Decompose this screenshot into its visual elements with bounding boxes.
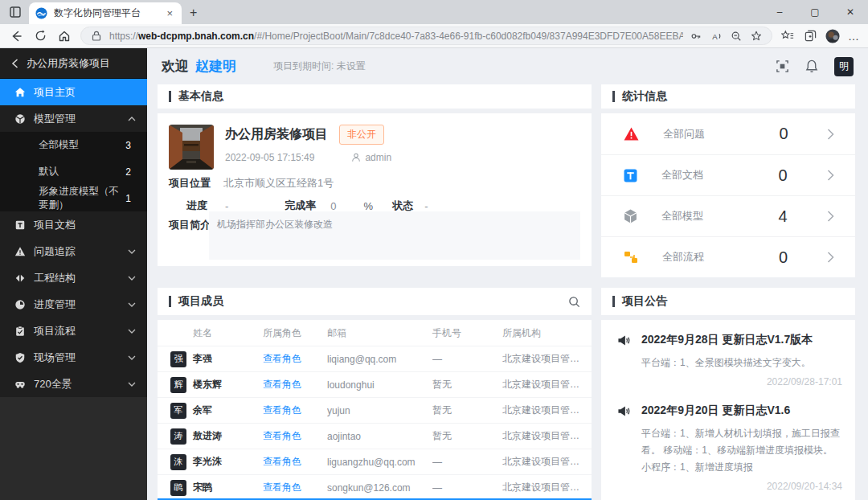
read-aloud-icon[interactable]: A xyxy=(709,29,723,43)
summary-text: 机场指挥部办公区装修改造 xyxy=(209,211,580,260)
model-count-badge: 1 xyxy=(125,193,131,204)
collections-icon[interactable] xyxy=(803,29,817,43)
project-deadline-label: 项目到期时间: 未设置 xyxy=(273,59,366,73)
tab-close-icon[interactable]: × xyxy=(164,7,175,19)
progress-value: - xyxy=(225,200,228,212)
svg-text:A: A xyxy=(712,31,718,40)
sidebar-item-720-panorama[interactable]: 720全景 xyxy=(0,371,147,397)
announcement-title: 2022年9月28日 更新日志V1.7版本 xyxy=(641,333,813,347)
document-blue-icon xyxy=(624,169,637,182)
view-role-link[interactable]: 查看角色 xyxy=(263,352,327,366)
view-role-link[interactable]: 查看角色 xyxy=(263,481,327,494)
member-avatar: 军 xyxy=(170,403,186,419)
sidebar-item-model-management[interactable]: 模型管理 xyxy=(0,105,147,132)
completion-value: 0 xyxy=(330,200,336,212)
stat-value: 4 xyxy=(739,207,827,226)
stats-row-issues[interactable]: 全部问题 0 xyxy=(601,113,855,154)
section-title: 项目成员 xyxy=(178,294,223,309)
zoom-out-icon[interactable] xyxy=(729,29,743,43)
page-header: 欢迎 赵建明 项目到期时间: 未设置 明 xyxy=(147,48,868,84)
announcement-item: 2022年9月28日 更新日志V1.7版本 平台端：1、全景图模块描述文字变大。… xyxy=(617,333,842,387)
announcement-body: 平台端：1、全景图模块描述文字变大。 xyxy=(641,355,842,371)
announcements-card: 2022年9月28日 更新日志V1.7版本 平台端：1、全景图模块描述文字变大。… xyxy=(601,320,855,500)
model-cube-icon xyxy=(624,209,637,223)
view-role-link[interactable]: 查看角色 xyxy=(263,404,327,417)
chevron-right-icon xyxy=(827,129,834,140)
stats-row-models[interactable]: 全部模型 4 xyxy=(601,195,855,236)
favorites-star-icon[interactable] xyxy=(749,29,764,43)
sidebar-project-header[interactable]: 办公用房装修项目 xyxy=(0,48,147,79)
model-count-badge: 2 xyxy=(125,166,131,178)
user-avatar[interactable]: 明 xyxy=(834,57,854,76)
back-icon[interactable] xyxy=(8,28,24,44)
announcement-body: 平台端：1、新增人材机计划填报，施工日报查看。 移动端：1、移动端新增进度填报模… xyxy=(641,425,842,476)
announcement-item: 2022年9月20日 更新日志V1.6 平台端：1、新增人材机计划填报，施工日报… xyxy=(617,404,842,492)
members-table-head: 姓名 所属角色 邮箱 手机号 所属机构 xyxy=(158,320,592,346)
stat-value: 0 xyxy=(740,125,827,143)
stats-header: 统计信息 xyxy=(601,84,855,109)
workflow-orange-icon xyxy=(624,251,638,264)
current-user-link[interactable]: 赵建明 xyxy=(195,57,236,76)
search-icon[interactable] xyxy=(568,296,580,308)
notification-bell-icon[interactable] xyxy=(805,59,818,73)
chevron-down-icon xyxy=(128,382,136,387)
settings-more-icon[interactable]: … xyxy=(848,30,860,43)
person-icon xyxy=(351,153,361,162)
stats-row-workflows[interactable]: 全部流程 0 xyxy=(601,236,855,277)
summary-label: 项目简介 xyxy=(169,218,211,232)
browser-tab[interactable]: 数字化协同管理平台 × xyxy=(29,2,182,24)
tab-actions-icon[interactable] xyxy=(6,3,24,21)
member-avatar: 洙 xyxy=(170,454,186,470)
back-chevron-icon xyxy=(11,59,18,68)
stat-value: 0 xyxy=(739,166,827,185)
progress-clock-icon xyxy=(14,299,26,310)
sidebar: 办公用房装修项目 项目主页 模型管理 全部模型 xyxy=(0,48,147,500)
megaphone-icon xyxy=(617,405,630,417)
new-tab-button[interactable]: + xyxy=(190,6,197,20)
member-avatar: 强 xyxy=(170,351,186,367)
sidebar-item-engineering-structure[interactable]: 工程结构 xyxy=(0,264,147,291)
address-bar[interactable]: https://web-dcpmp.bnah.com.cn/#/Home/Pro… xyxy=(80,27,772,45)
section-marker xyxy=(169,91,171,102)
sidebar-subitem-all-models[interactable]: 全部模型 3 xyxy=(0,132,147,158)
basic-info-card: 办公用房装修项目 非公开 2022-09-05 17:15:49 admin 项… xyxy=(158,113,592,266)
window-maximize-button[interactable]: ▢ xyxy=(797,0,833,24)
fullscreen-icon[interactable] xyxy=(776,59,789,73)
refresh-icon[interactable] xyxy=(32,28,48,44)
sidebar-subitem-default[interactable]: 默认 2 xyxy=(0,158,147,185)
view-role-link[interactable]: 查看角色 xyxy=(263,378,327,391)
window-minimize-button[interactable]: – xyxy=(762,0,797,24)
view-role-link[interactable]: 查看角色 xyxy=(263,455,327,469)
stats-card: 全部问题 0 全部文档 0 全部模型 xyxy=(601,113,855,277)
sidebar-subitem-progress-model[interactable]: 形象进度模型（不要删） 1 xyxy=(0,185,147,211)
project-creator: admin xyxy=(365,152,391,163)
section-title: 项目公告 xyxy=(622,294,667,309)
sidebar-item-project-home[interactable]: 项目主页 xyxy=(0,79,147,105)
chevron-down-icon xyxy=(128,302,136,307)
window-close-button[interactable]: ✕ xyxy=(833,0,868,24)
member-avatar: 鹍 xyxy=(170,480,186,496)
password-key-icon[interactable] xyxy=(689,29,703,43)
view-role-link[interactable]: 查看角色 xyxy=(263,429,327,443)
member-row: 涛 敖进涛 查看角色 aojintao 暂无 北京建设项目管理… xyxy=(158,423,592,449)
location-value: 北京市顺义区五经路1号 xyxy=(223,176,334,191)
sidebar-item-project-workflow[interactable]: 项目流程 xyxy=(0,318,147,344)
sidebar-item-issue-tracking[interactable]: 问题追踪 xyxy=(0,238,147,264)
stat-value: 0 xyxy=(739,248,827,267)
chevron-up-icon xyxy=(128,117,136,121)
lock-icon xyxy=(89,29,104,43)
favorites-bar-icon[interactable] xyxy=(780,29,795,43)
profile-avatar-icon[interactable] xyxy=(825,29,840,43)
stats-row-documents[interactable]: 全部文档 0 xyxy=(601,154,855,195)
clipboard-check-icon xyxy=(14,326,26,337)
announcement-time: 2022/09/28-17:01 xyxy=(617,376,842,387)
sidebar-item-project-documents[interactable]: 项目文档 xyxy=(0,211,147,238)
sidebar-item-progress-management[interactable]: 进度管理 xyxy=(0,291,147,318)
home-icon[interactable] xyxy=(56,28,72,44)
model-count-badge: 3 xyxy=(125,140,131,151)
member-row: 军 余军 查看角色 yujun 暂无 北京建设项目管理… xyxy=(158,397,592,423)
main-content: 欢迎 赵建明 项目到期时间: 未设置 明 基本信息 办公用房装 xyxy=(147,48,868,500)
location-label: 项目位置 xyxy=(169,176,211,191)
sidebar-item-site-management[interactable]: 现场管理 xyxy=(0,344,147,371)
project-title: 办公用房装修项目 xyxy=(225,126,328,143)
